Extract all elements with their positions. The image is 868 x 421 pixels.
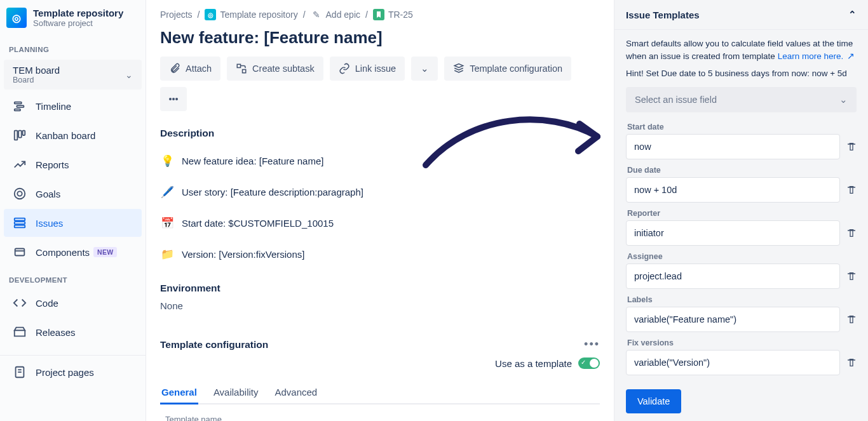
attach-button[interactable]: Attach <box>160 57 220 81</box>
tab-advanced[interactable]: Advanced <box>273 382 318 404</box>
trash-icon[interactable] <box>846 314 857 324</box>
sidebar-item-goals[interactable]: Goals <box>4 180 142 208</box>
field-row-start-date <box>626 134 857 159</box>
calendar-icon: 📅 <box>160 217 174 230</box>
panel-hint-example: Hint! Set Due date to 5 business days fr… <box>626 69 857 78</box>
description-heading: Description <box>160 128 600 139</box>
description-line[interactable]: 💡 New feature idea: [Feature name] <box>160 154 600 168</box>
description-line[interactable]: 🖊️ User story: [Feature description:para… <box>160 185 600 199</box>
components-icon <box>13 245 27 259</box>
description-line[interactable]: 📁 Version: [Version:fixVersions] <box>160 248 600 261</box>
issues-icon <box>13 216 27 230</box>
goals-icon <box>13 187 27 201</box>
board-selector[interactable]: TEM board Board ⌄ <box>4 60 142 90</box>
start-date-input[interactable] <box>626 134 840 159</box>
sidebar-item-code[interactable]: Code <box>4 289 142 317</box>
create-subtask-button[interactable]: Create subtask <box>227 57 323 81</box>
sidebar-item-reports[interactable]: Reports <box>4 150 142 178</box>
panel-header: Issue Templates ⌃ <box>614 0 868 30</box>
project-icon: ◎ <box>205 9 216 20</box>
trash-icon[interactable] <box>846 358 857 368</box>
template-more-button[interactable]: ••• <box>584 338 600 351</box>
field-label: Due date <box>627 166 857 175</box>
field-label: Labels <box>627 295 857 304</box>
template-config-header: Template configuration ••• <box>160 338 600 351</box>
description-line[interactable]: 📅 Start date: $CUSTOMFIELD_10015 <box>160 217 600 230</box>
tab-general[interactable]: General <box>160 382 198 404</box>
template-icon <box>453 63 465 74</box>
link-icon <box>339 63 350 74</box>
learn-more-link[interactable]: Learn more here. <box>778 51 844 61</box>
more-actions-button[interactable]: ••• <box>160 87 187 111</box>
more-icon: ••• <box>168 94 178 104</box>
field-row-fix-versions <box>626 350 857 375</box>
svg-point-6 <box>15 189 25 199</box>
collapse-icon[interactable]: ⌃ <box>848 9 857 20</box>
sidebar-item-label: Goals <box>36 189 60 199</box>
trash-icon[interactable] <box>846 142 857 152</box>
svg-rect-3 <box>15 131 18 140</box>
due-date-input[interactable] <box>626 177 840 203</box>
svg-rect-16 <box>243 70 246 73</box>
breadcrumb-issue[interactable]: TR-25 <box>373 9 413 20</box>
tab-availability[interactable]: Availability <box>212 382 260 404</box>
sidebar-item-components[interactable]: Components NEW <box>4 238 142 266</box>
breadcrumb-project[interactable]: ◎ Template repository <box>205 9 297 20</box>
sidebar-item-project-pages[interactable]: Project pages <box>4 358 142 386</box>
sidebar-item-issues[interactable]: Issues <box>4 209 142 237</box>
svg-rect-15 <box>237 64 240 67</box>
environment-heading: Environment <box>160 283 600 294</box>
trash-icon[interactable] <box>846 228 857 238</box>
board-title: TEM board <box>13 65 60 76</box>
breadcrumb: Projects / ◎ Template repository / ✎ Add… <box>160 9 600 20</box>
board-icon <box>13 128 27 142</box>
environment-value[interactable]: None <box>160 300 600 311</box>
panel-body: Smart defaults allow you to calculate fi… <box>614 30 868 421</box>
sidebar-item-timeline[interactable]: Timeline <box>4 92 142 120</box>
trash-icon[interactable] <box>846 185 857 195</box>
sidebar-item-label: Components <box>36 247 90 258</box>
section-planning-label: PLANNING <box>0 37 146 57</box>
link-issue-button[interactable]: Link issue <box>330 57 405 81</box>
bulb-icon: 💡 <box>160 154 174 168</box>
issue-title[interactable]: New feature: [Feature name] <box>160 28 600 48</box>
sidebar-item-kanban[interactable]: Kanban board <box>4 121 142 149</box>
select-issue-field[interactable]: Select an issue field ⌄ <box>626 87 857 112</box>
sidebar-item-label: Timeline <box>36 101 71 112</box>
field-label: Start date <box>627 123 857 131</box>
board-sub: Board <box>13 76 60 84</box>
project-subtitle: Software project <box>33 18 123 28</box>
svg-rect-11 <box>15 249 25 256</box>
field-label: Fix versions <box>627 338 857 347</box>
use-as-template-label: Use as a template <box>495 358 572 369</box>
story-icon <box>373 9 384 20</box>
use-as-template-toggle[interactable]: ✓ <box>578 358 600 369</box>
labels-input[interactable] <box>626 307 840 332</box>
svg-rect-10 <box>15 225 25 228</box>
attach-icon <box>169 63 180 74</box>
assignee-input[interactable] <box>626 264 840 289</box>
fix-versions-input[interactable] <box>626 350 840 375</box>
main-content: Projects / ◎ Template repository / ✎ Add… <box>146 0 614 421</box>
breadcrumb-projects[interactable]: Projects <box>160 10 193 20</box>
pencil-icon: ✎ <box>311 9 322 20</box>
field-label: Assignee <box>627 252 857 261</box>
timeline-icon <box>13 99 27 113</box>
svg-rect-4 <box>18 131 22 138</box>
breadcrumb-epic[interactable]: ✎ Add epic <box>311 9 360 20</box>
template-configuration-button[interactable]: Template configuration <box>444 57 571 81</box>
svg-rect-8 <box>15 218 25 221</box>
chevron-down-icon: ⌄ <box>125 70 133 80</box>
sidebar-item-releases[interactable]: Releases <box>4 318 142 346</box>
sidebar-item-label: Code <box>36 298 58 309</box>
chevron-down-icon: ⌄ <box>839 95 848 105</box>
trash-icon[interactable] <box>846 271 857 281</box>
reporter-input[interactable] <box>626 220 840 246</box>
template-config-heading: Template configuration <box>160 339 268 351</box>
use-as-template-row: Use as a template ✓ <box>160 358 600 369</box>
panel-title: Issue Templates <box>626 10 700 20</box>
sidebar-item-label: Reports <box>36 159 69 170</box>
link-issue-dropdown[interactable]: ⌄ <box>411 57 438 81</box>
svg-rect-5 <box>23 131 25 135</box>
validate-button[interactable]: Validate <box>626 389 681 413</box>
